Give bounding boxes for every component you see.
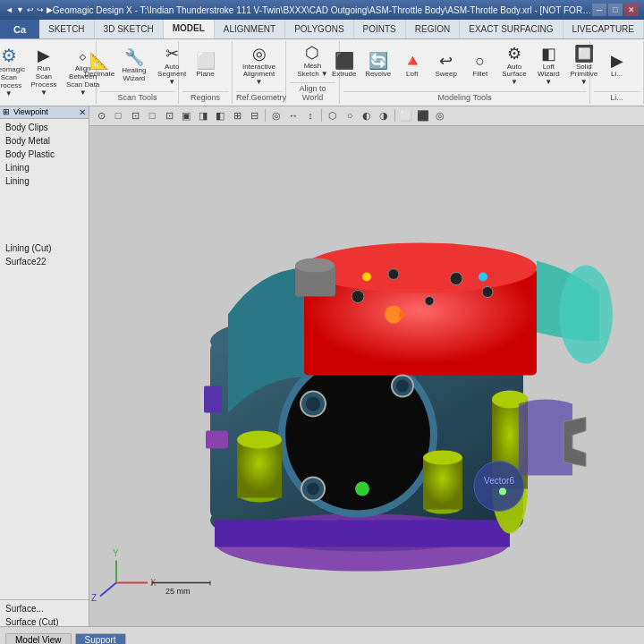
loft-wizard-btn[interactable]: ◧ LoftWizard ▼ xyxy=(532,44,564,89)
vp-poly-btn[interactable]: ⊡ xyxy=(161,107,177,123)
mesh-sketch-btn[interactable]: ⬡ MeshSketch ▼ xyxy=(293,43,332,80)
3d-model-viewport[interactable]: Vector6 X Y Z 25 mm xyxy=(89,126,644,626)
sidebar-item-surface22[interactable]: Surface22 xyxy=(2,255,87,268)
qa-dropdown[interactable]: ▼ xyxy=(16,5,24,14)
vp-paint-btn[interactable]: ▣ xyxy=(178,107,194,123)
loft-icon: 🔺 xyxy=(402,53,422,69)
qa-back[interactable]: ◄ xyxy=(5,5,13,14)
vp-capture-btn[interactable]: ◎ xyxy=(432,107,448,123)
svg-point-32 xyxy=(450,272,462,284)
window-controls[interactable]: ─ □ ✕ xyxy=(592,4,639,16)
run-scan-btn[interactable]: ▶ Run ScanProcess ▼ xyxy=(27,46,60,98)
sidebar-item-lining-2[interactable]: Lining xyxy=(2,174,87,188)
svg-point-17 xyxy=(423,450,462,464)
live-icon: ▶ xyxy=(611,53,623,69)
healing-wizard-btn[interactable]: 🔧 HealingWizard xyxy=(118,47,150,85)
live-btn[interactable]: ▶ Li... xyxy=(601,51,633,80)
svg-point-38 xyxy=(399,310,406,318)
svg-point-11 xyxy=(304,242,537,292)
vp-magnet-btn[interactable]: ◧ xyxy=(212,107,228,123)
vp-half-btn[interactable]: ◐ xyxy=(359,107,375,123)
svg-point-31 xyxy=(388,268,399,279)
healing-icon: 🔧 xyxy=(124,49,144,65)
interactive-alignment-btn[interactable]: ◎ InteractiveAlignment ▼ xyxy=(236,44,282,89)
close-button[interactable]: ✕ xyxy=(624,4,639,16)
vp-sep2 xyxy=(321,109,322,122)
vp-oval-btn[interactable]: ○ xyxy=(342,107,358,123)
qa-redo[interactable]: ↪ xyxy=(37,5,44,14)
tab-points[interactable]: POINTS xyxy=(354,20,406,38)
vp-orbit-btn[interactable]: ⊙ xyxy=(93,107,109,123)
vp-hex-btn[interactable]: ⬡ xyxy=(325,107,341,123)
tab-livecapture[interactable]: LIVECAPTURE xyxy=(564,20,644,38)
tab-3dsketch[interactable]: 3D SKETCH xyxy=(95,20,164,38)
quick-access-toolbar[interactable]: ◄ ▼ ↩ ↪ ▶ xyxy=(5,5,53,14)
vp-square-btn[interactable]: ⬜ xyxy=(398,107,414,123)
ribbon-group-live: ▶ Li... Li... xyxy=(590,41,644,104)
vp-lasso-btn[interactable]: ◨ xyxy=(195,107,211,123)
sidebar-close-btn[interactable]: ✕ xyxy=(79,107,86,117)
vp-select-btn[interactable]: ⊡ xyxy=(127,107,143,123)
geomagic-btn[interactable]: ⚙ GeomagicScanProcess ▼ xyxy=(0,45,25,99)
sidebar-item-surface-cut[interactable]: Surface (Cut) xyxy=(2,615,87,626)
geomagic-icon: ⚙ xyxy=(1,47,17,64)
viewport[interactable]: ⊙ □ ⊡ □ ⊡ ▣ ◨ ◧ ⊞ ⊟ ◎ ↔ ↕ ⬡ ○ ◐ ◑ ⬜ ⬛ ◎ xyxy=(89,106,644,626)
mesh-sketch-icon: ⬡ xyxy=(305,45,319,61)
tab-support[interactable]: Support xyxy=(75,633,126,644)
sidebar-item-lining-1[interactable]: Lining xyxy=(2,161,87,174)
minimize-button[interactable]: ─ xyxy=(592,4,606,16)
tab-sketch[interactable]: SKETCH xyxy=(39,20,95,38)
vp-circle-btn[interactable]: ◎ xyxy=(268,107,284,123)
svg-point-37 xyxy=(479,272,487,281)
tab-alignment[interactable]: ALIGNMENT xyxy=(215,20,285,38)
sidebar-item-body-plastic[interactable]: Body Plastic xyxy=(2,148,87,161)
sweep-btn[interactable]: ↩ Sweep xyxy=(430,51,462,80)
svg-point-21 xyxy=(559,265,613,363)
sidebar-content[interactable]: Body Clips Body Metal Body Plastic Linin… xyxy=(0,119,89,599)
sidebar-title: Viewpoint xyxy=(13,107,75,116)
run-scan-icon: ▶ xyxy=(38,47,50,64)
vp-rect-btn[interactable]: □ xyxy=(144,107,160,123)
qa-run[interactable]: ▶ xyxy=(47,5,53,14)
tab-exact-surfacing[interactable]: EXACT SURFACING xyxy=(460,20,563,38)
sidebar-item-body-clips[interactable]: Body Clips xyxy=(2,121,87,134)
plane-btn[interactable]: ⬜ Plane xyxy=(190,51,222,80)
loft-btn[interactable]: 🔺 Loft xyxy=(396,51,428,80)
sidebar-item-surface-extra[interactable]: Surface... xyxy=(2,602,87,615)
viewport-toolbar: ⊙ □ ⊡ □ ⊡ ▣ ◨ ◧ ⊞ ⊟ ◎ ↔ ↕ ⬡ ○ ◐ ◑ ⬜ ⬛ ◎ xyxy=(89,106,644,126)
tab-polygons[interactable]: POLYGONS xyxy=(285,20,353,38)
vp-box-btn[interactable]: □ xyxy=(110,107,126,123)
vp-v-btn[interactable]: ↕ xyxy=(302,107,318,123)
vp-shade-btn[interactable]: ◑ xyxy=(376,107,392,123)
sidebar-header: ⊞ Viewpoint ✕ xyxy=(0,106,89,119)
vp-solid-btn[interactable]: ⬛ xyxy=(415,107,431,123)
live-label: Li... xyxy=(594,91,640,102)
svg-point-36 xyxy=(362,272,371,281)
maximize-button[interactable]: □ xyxy=(608,4,623,16)
qa-undo[interactable]: ↩ xyxy=(27,5,34,14)
vp-minus-btn[interactable]: ⊟ xyxy=(246,107,262,123)
tab-model[interactable]: MODEL xyxy=(164,20,215,38)
vp-h-btn[interactable]: ↔ xyxy=(285,107,301,123)
revolve-btn[interactable]: 🔄 Revolve xyxy=(362,51,394,80)
sidebar-item-lining-cut[interactable]: Lining (Cut) xyxy=(2,242,87,255)
svg-point-33 xyxy=(482,286,493,297)
tab-region[interactable]: REGION xyxy=(406,20,460,38)
tab-model-view[interactable]: Model View xyxy=(5,633,72,644)
svg-text:Z: Z xyxy=(91,592,97,602)
extrude-btn[interactable]: ⬛ Extrude xyxy=(328,51,360,80)
group-items: ⬡ MeshSketch ▼ xyxy=(293,43,332,80)
group-items: ▶ Li... xyxy=(601,43,633,89)
svg-point-42 xyxy=(499,487,506,495)
extrude-icon: ⬛ xyxy=(335,53,354,69)
decimate-btn[interactable]: 📐 Decimate xyxy=(83,51,116,80)
regions-label: Regions xyxy=(182,91,228,102)
vp-grid-btn[interactable]: ⊞ xyxy=(229,107,245,123)
sidebar-item-body-metal[interactable]: Body Metal xyxy=(2,134,87,148)
fillet-icon: ○ xyxy=(475,53,485,69)
fillet-btn[interactable]: ○ Fillet xyxy=(464,51,496,80)
svg-point-29 xyxy=(307,482,319,495)
auto-surface-btn[interactable]: ⚙ AutoSurface ▼ xyxy=(498,44,531,89)
modeling-tools-label: Modeling Tools xyxy=(343,91,586,102)
title-bar: ◄ ▼ ↩ ↪ ▶ Geomagic Design X - T:\Indian … xyxy=(0,0,644,20)
